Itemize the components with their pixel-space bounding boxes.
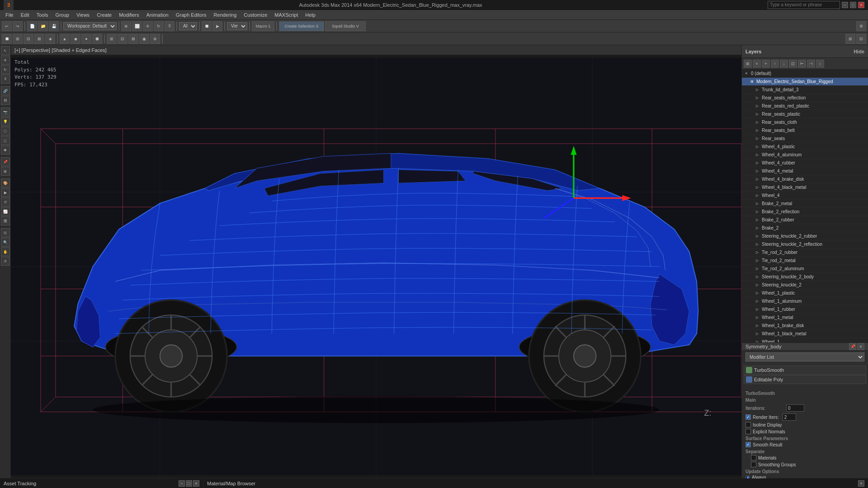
- material-close[interactable]: ×: [858, 480, 864, 487]
- mod-pin[interactable]: 📌: [849, 343, 856, 350]
- layer-item[interactable]: ▷Wheel_1_rubber: [742, 305, 868, 314]
- tb2-btn-13[interactable]: ◉: [139, 34, 149, 44]
- layers-tb-6[interactable]: ⊡: [789, 60, 797, 68]
- menu-file[interactable]: File: [2, 11, 17, 19]
- car-scene[interactable]: Z:: [11, 55, 741, 478]
- menu-modifiers[interactable]: Modifiers: [115, 11, 143, 19]
- layer-item[interactable]: ▷Steering_knuckle_2: [742, 281, 868, 289]
- modifier-list-dropdown[interactable]: Modifier List: [745, 352, 864, 361]
- quick-render-button[interactable]: ▶: [212, 21, 222, 31]
- layer-item[interactable]: ▷Rear_seats_cloth: [742, 118, 868, 127]
- lt-zoom-ext[interactable]: ⊡: [1, 228, 10, 237]
- layers-tb-7[interactable]: ⊢: [798, 60, 806, 68]
- layer-item[interactable]: ▷Wheel_4_aluminum: [742, 151, 868, 159]
- menu-help[interactable]: Help: [302, 11, 319, 19]
- undo-button[interactable]: ↩: [2, 21, 12, 31]
- asset-restore[interactable]: □: [186, 480, 192, 487]
- layers-list[interactable]: ≡0 (default)⊞Modern_Electric_Sedan_Blue_…: [742, 70, 868, 343]
- lt-helper[interactable]: ✚: [1, 145, 10, 155]
- layer-item[interactable]: ▷Wheel_1_plastic: [742, 289, 868, 297]
- modifier-header-btns[interactable]: 📌 ≡: [849, 343, 864, 350]
- asset-minimize[interactable]: −: [179, 480, 185, 487]
- layer-item[interactable]: ▷Wheel_4_metal: [742, 167, 868, 175]
- layer-item[interactable]: ⊞Modern_Electric_Sedan_Blue_Rigged: [742, 78, 868, 86]
- lt-material[interactable]: 🎨: [1, 178, 10, 188]
- global-search-input[interactable]: [768, 1, 840, 9]
- layers-tb-8[interactable]: ⊣: [807, 60, 815, 68]
- tb2-btn-8[interactable]: ●: [81, 34, 91, 44]
- asset-close[interactable]: ×: [193, 480, 199, 487]
- hide-button[interactable]: Hide: [854, 49, 864, 54]
- lt-unlink[interactable]: ⛓: [1, 96, 10, 105]
- layers-tb-4[interactable]: ↑: [771, 60, 779, 68]
- save-button[interactable]: 💾: [49, 21, 59, 31]
- layer-item[interactable]: ▷Brake_2_reflection: [742, 208, 868, 216]
- workspace-dropdown[interactable]: Workspace: Default: [63, 22, 117, 30]
- explicit-normals-checkbox[interactable]: [745, 429, 751, 434]
- layer-item[interactable]: ▷Wheel_1_aluminum: [742, 297, 868, 305]
- lt-graph[interactable]: 📈: [1, 207, 10, 216]
- lt-geo[interactable]: ⬡: [1, 127, 10, 136]
- tb2-btn-12[interactable]: ⊠: [128, 34, 138, 44]
- title-controls[interactable]: − □ ×: [768, 1, 864, 9]
- layers-tb-9[interactable]: ↕: [816, 60, 824, 68]
- lt-timeline[interactable]: ⏱: [1, 197, 10, 206]
- redo-button[interactable]: ↪: [13, 21, 23, 31]
- layer-item[interactable]: ▷Wheel_4_rubber: [742, 159, 868, 167]
- layer-item[interactable]: ▷Steering_knuckle_2_rubber: [742, 232, 868, 240]
- render-iters-checkbox[interactable]: [745, 414, 751, 420]
- viewport-canvas[interactable]: Total Polys: 242 465 Verts: 137 329 FPS:…: [11, 55, 741, 478]
- menu-maxscript[interactable]: MAXScript: [271, 11, 302, 19]
- lt-shape[interactable]: ◻: [1, 136, 10, 145]
- tb2-btn-1[interactable]: 🔲: [2, 34, 12, 44]
- tb2-btn-2[interactable]: ⊞: [13, 34, 23, 44]
- menu-animation[interactable]: Animation: [143, 11, 172, 19]
- menu-group[interactable]: Group: [52, 11, 73, 19]
- settings-button[interactable]: ⚙: [856, 21, 866, 31]
- tb2-btn-10[interactable]: ⊞: [107, 34, 117, 44]
- maximize-button[interactable]: □: [850, 2, 856, 8]
- mod-list[interactable]: ≡: [857, 343, 864, 350]
- close-button[interactable]: ×: [858, 2, 864, 8]
- menu-tools[interactable]: Tools: [33, 11, 52, 19]
- menu-create[interactable]: Create: [93, 11, 115, 19]
- render-iters-input[interactable]: [783, 413, 796, 421]
- view-dropdown[interactable]: View: [227, 22, 247, 30]
- smooth-result-checkbox[interactable]: [745, 442, 751, 447]
- squid-studio-button[interactable]: Squid Studio V: [325, 21, 366, 31]
- layer-item[interactable]: ▷Tie_rod_2_metal: [742, 257, 868, 265]
- layers-tb-5[interactable]: ↓: [780, 60, 788, 68]
- layers-tb-2[interactable]: ×: [753, 60, 761, 68]
- iterations-input[interactable]: [786, 404, 804, 412]
- modifier-turbosmooth[interactable]: TurboSmooth: [744, 366, 866, 375]
- layer-item[interactable]: ▷Wheel_1_metal: [742, 314, 868, 322]
- tb2-btn-5[interactable]: ◈: [45, 34, 55, 44]
- select-region-button[interactable]: ⬜: [132, 21, 142, 31]
- layer-item[interactable]: ▷Tie_rod_2_rubber: [742, 249, 868, 257]
- tb2-right-2[interactable]: ⊟: [856, 34, 866, 44]
- layer-item[interactable]: ▷Wheel_1_brake_disk: [742, 322, 868, 330]
- lt-light[interactable]: 💡: [1, 117, 10, 126]
- filter-dropdown[interactable]: All: [179, 22, 197, 30]
- materials-checkbox[interactable]: [751, 455, 756, 460]
- layer-item[interactable]: ▷Steering_knuckle_2_reflection: [742, 240, 868, 249]
- menu-customize[interactable]: Customize: [240, 11, 271, 19]
- lt-orbit[interactable]: ↺: [1, 257, 10, 266]
- lt-rotate[interactable]: ↻: [1, 65, 10, 74]
- lt-link[interactable]: 🔗: [1, 86, 10, 95]
- layer-item[interactable]: ▷Rear_seats_reflection: [742, 94, 868, 102]
- select-object-button[interactable]: ⊕: [121, 21, 131, 31]
- layer-item[interactable]: ▷Wheel_4_black_metal: [742, 183, 868, 192]
- menu-rendering[interactable]: Rendering: [210, 11, 241, 19]
- minimize-button[interactable]: −: [842, 2, 848, 8]
- tb2-right-1[interactable]: ⊞: [845, 34, 855, 44]
- layer-item[interactable]: ▷Rear_seats_belt: [742, 127, 868, 135]
- lt-camera[interactable]: 📷: [1, 108, 10, 117]
- menu-graph-editors[interactable]: Graph Editors: [172, 11, 210, 19]
- layer-item[interactable]: ▷Steering_knuckle_2_body: [742, 273, 868, 281]
- layer-item[interactable]: ▷Trunk_lid_detail_3: [742, 86, 868, 94]
- layer-item[interactable]: ▷Brake_2_rubber: [742, 216, 868, 224]
- layer-item[interactable]: ▷Wheel_1_black_metal: [742, 330, 868, 338]
- scale-button[interactable]: ⧖: [165, 21, 175, 31]
- tb2-btn-6[interactable]: ▲: [60, 34, 70, 44]
